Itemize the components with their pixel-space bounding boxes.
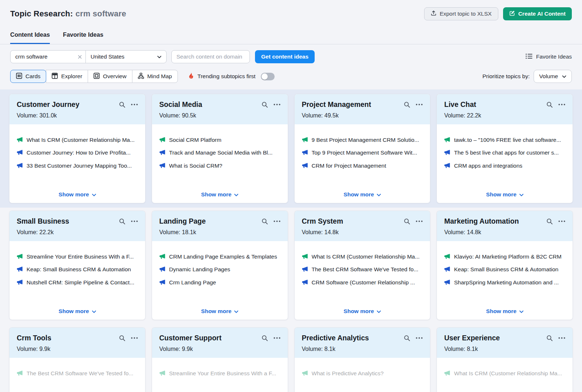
- view-explorer[interactable]: Explorer: [46, 70, 88, 83]
- more-menu-icon[interactable]: [558, 104, 565, 105]
- card-volume: Volume: 22.2k: [17, 229, 138, 236]
- more-menu-icon[interactable]: [274, 220, 280, 222]
- idea-item[interactable]: Streamline Your Entire Business With a F…: [17, 253, 138, 260]
- idea-item[interactable]: What is Social CRM?: [159, 162, 280, 169]
- show-more-button[interactable]: Show more: [59, 308, 96, 315]
- search-icon[interactable]: [404, 335, 410, 341]
- card-body: Streamline Your Entire Business With a F…: [152, 358, 288, 392]
- more-menu-icon[interactable]: [558, 337, 565, 339]
- more-menu-icon[interactable]: [274, 337, 280, 339]
- search-icon[interactable]: [546, 101, 553, 108]
- search-icon[interactable]: [119, 218, 125, 225]
- idea-item[interactable]: Crm Landing Page: [159, 279, 280, 286]
- favorite-ideas-link[interactable]: Favorite Ideas: [526, 53, 572, 60]
- megaphone-icon: [17, 253, 23, 259]
- show-more-label: Show more: [344, 191, 374, 198]
- page-title: Topic Research:crm software: [10, 9, 126, 19]
- show-more-button[interactable]: Show more: [59, 191, 96, 198]
- idea-item[interactable]: SharpSpring Marketing Automation and ...: [444, 279, 565, 286]
- clear-query-icon[interactable]: [76, 55, 82, 59]
- show-more-button[interactable]: Show more: [344, 191, 381, 198]
- idea-item[interactable]: CRM for Project Management: [302, 162, 423, 169]
- search-icon[interactable]: [262, 335, 268, 341]
- country-select[interactable]: United States: [85, 51, 166, 63]
- idea-item[interactable]: What is Predictive Analytics?: [302, 370, 423, 377]
- idea-text: What Is CRM (Customer Relationship Ma...: [312, 253, 420, 260]
- idea-item[interactable]: The Best CRM Software We've Tested fo...: [17, 370, 138, 377]
- idea-item[interactable]: CRM Landing Page Examples & Templates: [159, 253, 280, 260]
- search-icon[interactable]: [546, 218, 553, 225]
- flame-icon: [188, 72, 194, 81]
- view-cards[interactable]: Cards: [10, 70, 46, 83]
- search-controls: United States Get content ideas Favorite…: [0, 44, 582, 63]
- view-mind-map[interactable]: Mind Map: [132, 70, 178, 83]
- search-icon[interactable]: [262, 218, 268, 225]
- megaphone-icon: [17, 266, 23, 272]
- more-menu-icon[interactable]: [274, 104, 280, 105]
- trending-toggle[interactable]: [261, 73, 275, 80]
- prioritize-select[interactable]: Volume: [534, 70, 572, 83]
- more-menu-icon[interactable]: [416, 220, 423, 222]
- topic-card: Project Management Volume: 49.5k 9 Best …: [294, 94, 431, 203]
- idea-list: What is Predictive Analytics?: [302, 370, 423, 383]
- idea-item[interactable]: Keap: Small Business CRM & Automation: [444, 266, 565, 273]
- search-icon[interactable]: [546, 335, 553, 341]
- get-content-ideas-button[interactable]: Get content ideas: [255, 50, 315, 63]
- search-icon[interactable]: [262, 101, 268, 108]
- topic-query-input[interactable]: [15, 53, 76, 60]
- export-topic-button[interactable]: Export topic to XLSX: [424, 7, 498, 20]
- idea-item[interactable]: CRM Software (Customer Relationship ...: [302, 279, 423, 286]
- card-header: Customer Journey Volume: 301.0k: [9, 94, 145, 124]
- idea-item[interactable]: Top 9 Project Management Software Wit...: [302, 149, 423, 156]
- idea-item[interactable]: Keap: Small Business CRM & Automation: [17, 266, 138, 273]
- show-more-button[interactable]: Show more: [486, 191, 523, 198]
- idea-item[interactable]: Streamline Your Entire Business With a F…: [159, 370, 280, 377]
- idea-item[interactable]: What Is CRM (Customer Relationship Ma...: [302, 253, 423, 260]
- idea-item[interactable]: 33 Best Customer Journey Mapping Too...: [17, 162, 138, 169]
- idea-item[interactable]: CRM apps and integrations: [444, 162, 565, 169]
- idea-list: Streamline Your Entire Business With a F…: [159, 370, 280, 383]
- idea-list: CRM Landing Page Examples & TemplatesDyn…: [159, 253, 280, 292]
- idea-item[interactable]: What Is CRM (Customer Relationship Ma...: [17, 136, 138, 143]
- search-icon[interactable]: [404, 101, 410, 108]
- idea-item[interactable]: Dynamic Landing Pages: [159, 266, 280, 273]
- idea-text: Keap: Small Business CRM & Automation: [27, 266, 131, 273]
- view-overview[interactable]: Overview: [88, 70, 132, 83]
- idea-item[interactable]: tawk.to – "100% FREE live chat software.…: [444, 136, 565, 143]
- card-header: Landing Page Volume: 18.1k: [152, 211, 288, 241]
- search-icon[interactable]: [119, 101, 125, 108]
- more-menu-icon[interactable]: [416, 104, 423, 105]
- idea-item[interactable]: Nutshell CRM: Simple Pipeline & Contact.…: [17, 279, 138, 286]
- more-menu-icon[interactable]: [131, 337, 138, 339]
- search-icon[interactable]: [404, 218, 410, 225]
- idea-item[interactable]: The 5 best live chat apps for customer s…: [444, 149, 565, 156]
- idea-item[interactable]: Customer Journey: How to Drive Profita..…: [17, 149, 138, 156]
- idea-text: Social CRM Platform: [169, 136, 222, 143]
- create-ai-content-button[interactable]: Create AI Content: [503, 7, 572, 20]
- domain-search-input[interactable]: [171, 50, 250, 63]
- megaphone-icon: [159, 370, 165, 376]
- show-more-button[interactable]: Show more: [201, 308, 239, 315]
- megaphone-icon: [302, 279, 308, 285]
- idea-item[interactable]: The Best CRM Software We've Tested fo...: [302, 266, 423, 273]
- more-menu-icon[interactable]: [131, 104, 138, 105]
- show-more-button[interactable]: Show more: [486, 308, 523, 315]
- chevron-down-icon: [377, 191, 381, 198]
- idea-item[interactable]: Track and Manage Social Media with Bl...: [159, 149, 280, 156]
- show-more-button[interactable]: Show more: [201, 191, 239, 198]
- idea-item[interactable]: What Is CRM (Customer Relationship Ma...: [444, 370, 565, 377]
- tab-content-ideas[interactable]: Content Ideas: [10, 31, 50, 44]
- more-menu-icon[interactable]: [558, 220, 565, 222]
- more-menu-icon[interactable]: [131, 220, 138, 222]
- idea-item[interactable]: Social CRM Platform: [159, 136, 280, 143]
- tab-favorite-ideas[interactable]: Favorite Ideas: [63, 31, 103, 44]
- idea-item[interactable]: Klaviyo: AI Marketing Platform & B2C CRM: [444, 253, 565, 260]
- chevron-down-icon: [519, 191, 523, 198]
- search-icon[interactable]: [119, 335, 125, 341]
- idea-text: Crm Landing Page: [169, 279, 216, 286]
- topic-card: Social Media Volume: 90.5k Social CRM Pl…: [152, 94, 288, 203]
- idea-item[interactable]: 9 Best Project Management CRM Solutio...: [302, 136, 423, 143]
- show-more-button[interactable]: Show more: [344, 308, 381, 315]
- idea-text: Streamline Your Entire Business With a F…: [169, 370, 276, 377]
- more-menu-icon[interactable]: [416, 337, 423, 339]
